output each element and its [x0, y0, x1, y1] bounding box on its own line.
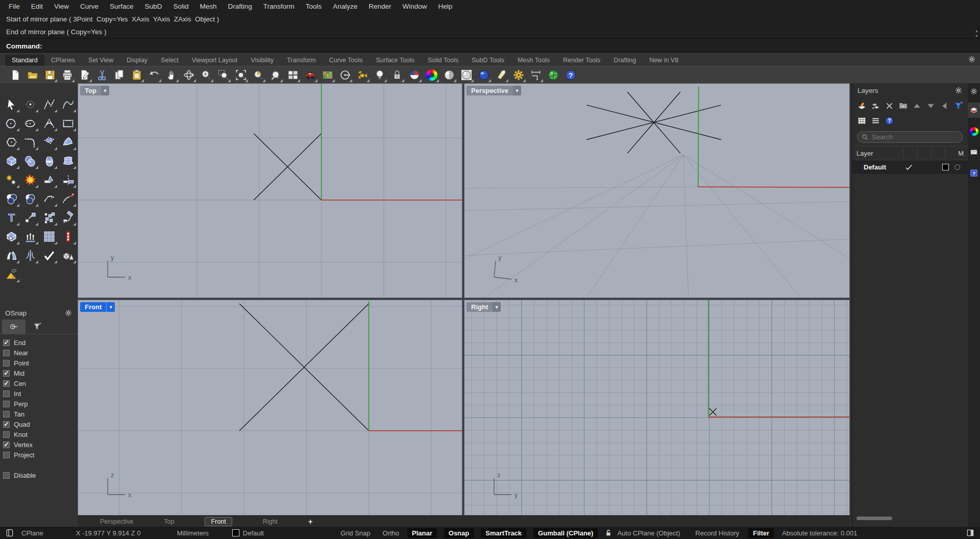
layers-help-badge-button[interactable]: ? [884, 115, 895, 126]
panel-tab-help-tab[interactable]: ? [968, 165, 980, 181]
toolbar-render-sphere-button[interactable] [442, 68, 456, 82]
layers-gear-icon[interactable] [954, 86, 963, 94]
viewport-top[interactable]: Top ▼ yx [78, 83, 462, 298]
osnap-filter-tab[interactable] [26, 320, 49, 334]
toolbar-zoom-button[interactable] [199, 68, 213, 82]
layers-delete-x-button[interactable] [884, 101, 895, 111]
layers-tri-down-button[interactable] [925, 101, 936, 111]
toolbar-zoom-back-button[interactable] [268, 68, 282, 82]
osnap-row-quad[interactable]: Quad [3, 419, 78, 429]
status-grid-snap[interactable]: Grid Snap [340, 529, 371, 537]
osnap-row-project[interactable]: Project [3, 450, 78, 460]
menu-analyze[interactable]: Analyze [327, 0, 363, 13]
command-prompt-row[interactable]: Command: [0, 38, 980, 53]
viewport-front-title[interactable]: Front ▼ [80, 302, 115, 312]
menu-file[interactable]: File [3, 0, 26, 13]
sidebar-text-button[interactable]: T [4, 210, 19, 225]
status-auto-cplane[interactable]: Auto CPlane (Object) [617, 529, 680, 537]
tab-transform[interactable]: Transform [280, 55, 323, 66]
tab-visibility[interactable]: Visibility [244, 55, 280, 66]
tab-viewport-layout[interactable]: Viewport Layout [185, 55, 244, 66]
tab-subd-tools[interactable]: SubD Tools [465, 55, 511, 66]
toolbar-lock-button[interactable] [390, 68, 404, 82]
status-layer[interactable]: Default [232, 529, 264, 537]
viewport-perspective-label[interactable]: Perspective [467, 86, 513, 95]
panel-tab-props-tab[interactable] [968, 144, 980, 160]
toolbar-map-button[interactable] [321, 68, 334, 82]
osnap-checkbox-cen[interactable] [3, 380, 10, 387]
layers-hscrollbar-track[interactable] [855, 516, 965, 521]
toolbar-bulb-button[interactable] [373, 68, 386, 82]
toolbar-dimension-button[interactable] [529, 68, 543, 82]
osnap-checkbox-project[interactable] [3, 452, 10, 458]
sidebar-srf-pts-button[interactable] [41, 134, 57, 150]
layer-color-swatch[interactable] [942, 164, 949, 170]
layers-layer-group-button[interactable] [898, 101, 909, 111]
tab-surface-tools[interactable]: Surface Tools [369, 55, 421, 66]
sidebar-fillet-curve-button[interactable] [22, 134, 38, 150]
osnap-gear-icon[interactable] [64, 309, 72, 317]
tab-new-in-v8[interactable]: New in V8 [643, 55, 685, 66]
toolbar-new-doc-button[interactable] [8, 68, 22, 82]
layer-material-icon[interactable] [953, 163, 961, 171]
toolbar-layout-grid-button[interactable] [286, 68, 300, 82]
tab-curve-tools[interactable]: Curve Tools [323, 55, 370, 66]
toolbar-zoom-extents-button[interactable] [234, 68, 248, 82]
toolbar-gear-yellow-button[interactable] [511, 68, 525, 82]
status-record-history[interactable]: Record History [695, 529, 739, 537]
menu-tools[interactable]: Tools [300, 0, 328, 13]
menu-transform[interactable]: Transform [258, 0, 300, 13]
status-gumball[interactable]: Gumball (CPlane) [533, 528, 598, 538]
osnap-row-tan[interactable]: Tan [3, 409, 78, 419]
sidebar-split-button[interactable] [60, 172, 76, 187]
status-panel-icon[interactable] [5, 528, 14, 537]
toolbar-zoom-selected-button[interactable] [251, 68, 265, 82]
sidebar-select-arrow-button[interactable] [4, 96, 19, 112]
tab-drafting[interactable]: Drafting [607, 55, 643, 66]
sidebar-box-button[interactable] [4, 153, 19, 168]
menu-subd[interactable]: SubD [139, 0, 168, 13]
sidebar-spheres-button[interactable] [22, 153, 38, 168]
layers-search-input[interactable] [857, 131, 963, 143]
tab-set-view[interactable]: Set View [82, 55, 120, 66]
sidebar-circle-button[interactable] [4, 115, 19, 131]
viewport-perspective-title[interactable]: Perspective ▼ [467, 86, 521, 95]
menu-solid[interactable]: Solid [167, 0, 194, 13]
sidebar-handle-curve-button[interactable] [41, 191, 57, 206]
osnap-row-near[interactable]: Near [3, 348, 78, 358]
osnap-checkbox-knot[interactable] [3, 431, 10, 438]
sidebar-rotate-obj-button[interactable] [60, 210, 76, 225]
status-osnap[interactable]: Osnap [444, 528, 474, 538]
menu-drafting[interactable]: Drafting [222, 0, 257, 13]
toolbar-rotate-view-button[interactable] [182, 68, 195, 82]
sidebar-explosion-button[interactable] [22, 172, 38, 187]
sidebar-int-curve-button[interactable] [60, 96, 76, 112]
sidebar-bend-button[interactable] [22, 248, 38, 263]
osnap-osnap-tab[interactable] [2, 320, 26, 334]
menu-window[interactable]: Window [397, 0, 433, 13]
viewport-top-dropdown-icon[interactable]: ▼ [101, 86, 109, 95]
status-panel-toggle-icon[interactable] [966, 528, 975, 537]
sidebar-polygon-button[interactable] [4, 134, 19, 150]
osnap-row-int[interactable]: Int [3, 388, 78, 399]
layers-sublayer-new-button[interactable] [870, 101, 881, 111]
osnap-checkbox-end[interactable] [3, 339, 10, 346]
sidebar-explode-gears-button[interactable] [4, 172, 19, 187]
toolbar-zoom-window-button[interactable] [216, 68, 230, 82]
sidebar-bool-union-button[interactable] [4, 191, 19, 206]
sidebar-check-button[interactable] [41, 248, 57, 263]
viewport-top-label[interactable]: Top [80, 86, 101, 95]
status-ortho[interactable]: Ortho [383, 529, 400, 537]
viewport-right-title[interactable]: Right ▼ [467, 302, 501, 312]
osnap-checkbox-disable[interactable] [3, 472, 10, 479]
sidebar-cp-curve-button[interactable] [41, 96, 57, 112]
layers-grid-table-button[interactable] [856, 115, 867, 126]
menu-surface[interactable]: Surface [104, 0, 139, 13]
viewport-tab-front[interactable]: Front [205, 517, 232, 526]
toolbar-spotlight-button[interactable] [494, 68, 508, 82]
tabbar-gear-icon[interactable] [968, 55, 976, 63]
tab-solid-tools[interactable]: Solid Tools [421, 55, 465, 66]
layers-tri-up-button[interactable] [912, 101, 922, 111]
tab-render-tools[interactable]: Render Tools [556, 55, 607, 66]
viewport-tab-right[interactable]: Right [263, 518, 278, 525]
